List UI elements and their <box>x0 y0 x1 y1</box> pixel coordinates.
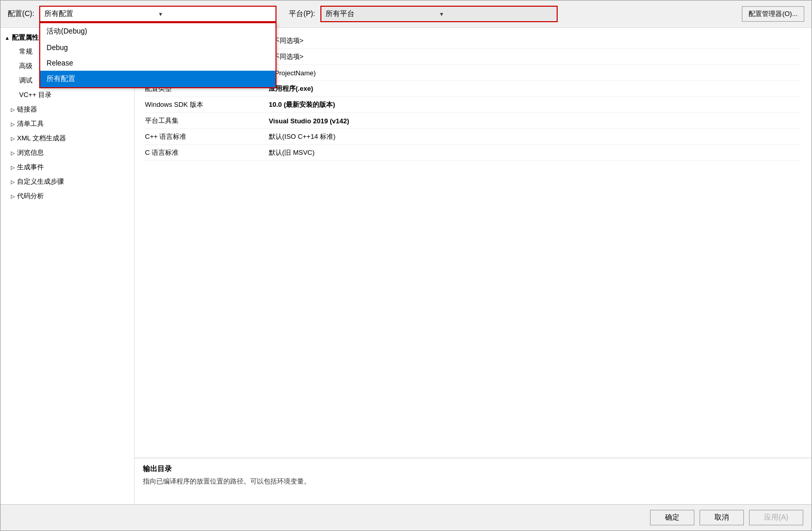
manifest-collapse-icon: ▷ <box>11 121 15 127</box>
ok-button[interactable]: 确定 <box>650 510 694 525</box>
config-label: 配置(C): <box>8 9 34 19</box>
browse-info-collapse-icon: ▷ <box>11 150 15 156</box>
sidebar-item-build-events[interactable]: ▷ 生成事件 <box>1 160 134 174</box>
platform-selected-value: 所有平台 <box>326 9 439 19</box>
prop-value-5: Visual Studio 2019 (v142) <box>269 117 349 125</box>
prop-name-5: 平台工具集 <box>145 116 269 125</box>
description-text: 指向已编译程序的放置位置的路径。可以包括环境变量。 <box>143 477 803 486</box>
config-dropdown-wrapper: 所有配置 ▼ 活动(Debug) Debug Release 所有配置 <box>39 6 277 22</box>
platform-dropdown-arrow: ▼ <box>439 11 553 17</box>
sidebar-item-manifest[interactable]: ▷ 清单工具 <box>1 117 134 131</box>
dropdown-item-all-configs[interactable]: 所有配置 <box>40 71 275 87</box>
manifest-label: 清单工具 <box>17 119 44 128</box>
build-events-collapse-icon: ▷ <box>11 165 15 170</box>
prop-row-5: 平台工具集 Visual Studio 2019 (v142) <box>145 113 801 129</box>
prop-name-4: Windows SDK 版本 <box>145 100 269 109</box>
prop-name-6: C++ 语言标准 <box>145 132 269 141</box>
apply-button[interactable]: 应用(A) <box>749 510 803 525</box>
dropdown-item-release[interactable]: Release <box>40 55 275 71</box>
footer-buttons: 确定 取消 应用(A) <box>1 504 811 530</box>
section-triangle-icon: ▲ <box>5 35 10 41</box>
description-box: 输出目录 指向已编译程序的放置位置的路径。可以包括环境变量。 <box>135 458 811 504</box>
prop-name-7: C 语言标准 <box>145 148 269 157</box>
custom-build-collapse-icon: ▷ <box>11 179 15 185</box>
sidebar-section-label: 配置属性 <box>12 33 39 42</box>
browse-info-label: 浏览信息 <box>17 148 44 157</box>
sidebar-item-linker[interactable]: ▷ 链接器 <box>1 102 134 117</box>
sidebar: ▲ 配置属性 常规 高级 调试 VC++ 目录 ▷ 链接器 ▷ 清单工具 ▷ X… <box>1 28 135 504</box>
prop-value-4: 10.0 (最新安装的版本) <box>269 100 335 109</box>
code-analysis-collapse-icon: ▷ <box>11 194 15 199</box>
main-content: ▲ 配置属性 常规 高级 调试 VC++ 目录 ▷ 链接器 ▷ 清单工具 ▷ X… <box>1 28 811 504</box>
right-panel: <不同选项> <不同选项> 目标文件名 $(ProjectName) 配置类型 … <box>135 28 811 504</box>
sidebar-item-xml-doc[interactable]: ▷ XML 文档生成器 <box>1 131 134 146</box>
config-manager-button[interactable]: 配置管理器(O)... <box>742 6 804 22</box>
platform-label: 平台(P): <box>289 9 315 19</box>
config-dropdown-list: 活动(Debug) Debug Release 所有配置 <box>39 22 277 88</box>
properties-table: <不同选项> <不同选项> 目标文件名 $(ProjectName) 配置类型 … <box>135 28 811 458</box>
prop-value-7: 默认(旧 MSVC) <box>269 148 315 157</box>
config-selected-value: 所有配置 <box>44 9 158 19</box>
config-dropdown[interactable]: 所有配置 ▼ <box>39 6 277 22</box>
linker-label: 链接器 <box>17 105 37 114</box>
platform-dropdown[interactable]: 所有平台 ▼ <box>320 6 558 22</box>
sidebar-item-browse-info[interactable]: ▷ 浏览信息 <box>1 146 134 160</box>
prop-row-6: C++ 语言标准 默认(ISO C++14 标准) <box>145 129 801 145</box>
dropdown-item-active-debug[interactable]: 活动(Debug) <box>40 23 275 40</box>
cancel-button[interactable]: 取消 <box>700 510 744 525</box>
xml-doc-collapse-icon: ▷ <box>11 136 15 141</box>
xml-doc-label: XML 文档生成器 <box>17 134 66 143</box>
sidebar-item-custom-build[interactable]: ▷ 自定义生成步骤 <box>1 174 134 189</box>
prop-row-7: C 语言标准 默认(旧 MSVC) <box>145 145 801 161</box>
prop-value-6: 默认(ISO C++14 标准) <box>269 132 335 141</box>
prop-row-4: Windows SDK 版本 10.0 (最新安装的版本) <box>145 97 801 113</box>
custom-build-label: 自定义生成步骤 <box>17 177 64 186</box>
description-title: 输出目录 <box>143 464 803 474</box>
sidebar-item-code-analysis[interactable]: ▷ 代码分析 <box>1 189 134 203</box>
linker-collapse-icon: ▷ <box>11 107 15 112</box>
sidebar-item-vc-dirs[interactable]: VC++ 目录 <box>1 88 134 102</box>
header-bar: 配置(C): 所有配置 ▼ 活动(Debug) Debug Release 所有… <box>1 1 811 28</box>
dropdown-item-debug[interactable]: Debug <box>40 40 275 55</box>
build-events-label: 生成事件 <box>17 163 44 172</box>
config-dropdown-arrow: ▼ <box>158 11 271 17</box>
code-analysis-label: 代码分析 <box>17 191 44 201</box>
main-dialog: 配置(C): 所有配置 ▼ 活动(Debug) Debug Release 所有… <box>0 0 812 531</box>
